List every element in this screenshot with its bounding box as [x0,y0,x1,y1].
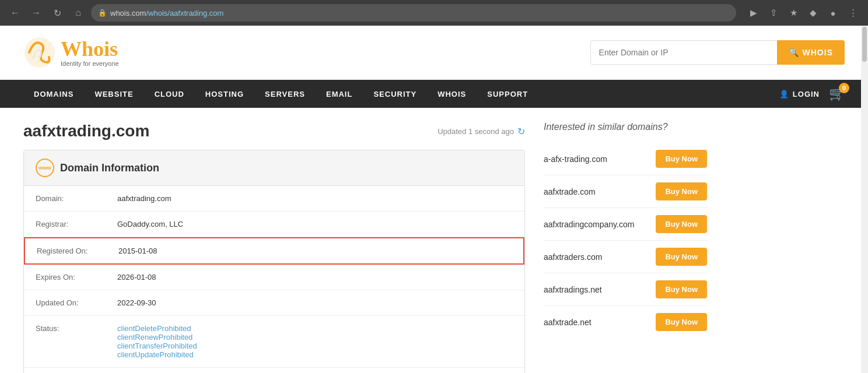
value-domain: aafxtrading.com [117,194,513,203]
similar-item-3: aafxtradingcompany.com Buy Now [544,208,707,241]
info-row-nameservers: Name Servers: cass.ns.cloudflare.com tob… [24,368,524,373]
value-status: clientDeleteProhibited clientRenewProhib… [117,324,513,359]
buy-now-button-6[interactable]: Buy Now [656,313,707,331]
nav-item-domains[interactable]: DOMAINS [23,80,84,108]
header-search: 🔍 WHOIS [590,40,845,65]
info-row-registrar: Registrar: GoDaddy.com, LLC [24,212,524,237]
logo-text-area: Whois Identity for everyone [61,38,119,67]
nav-right: 👤 LOGIN 🛒 0 [779,86,845,101]
forward-button[interactable]: → [28,5,44,21]
buy-now-button-5[interactable]: Buy Now [656,280,707,298]
value-registered-on: 2015-01-08 [118,247,512,255]
browser-chrome: ← → ↻ ⌂ 🔒 whois.com/whois/aafxtrading.co… [0,0,868,26]
whois-search-button[interactable]: 🔍 WHOIS [777,40,845,65]
profile-icon[interactable]: ● [825,5,841,21]
login-button[interactable]: 👤 LOGIN [779,90,820,98]
www-icon: www [36,159,54,177]
similar-domain-2: aafxtrade.com [544,187,596,196]
menu-icon[interactable]: ⋮ [845,5,861,21]
logo-icon [23,36,56,69]
value-expires-on: 2026-01-08 [117,273,513,281]
buy-now-button-4[interactable]: Buy Now [656,248,707,266]
lock-icon: 🔒 [98,9,107,17]
nav-item-whois[interactable]: WHOIS [427,80,477,108]
nav-item-cloud[interactable]: CLOUD [144,80,195,108]
similar-item-6: aafxtrade.net Buy Now [544,306,707,338]
value-updated-on: 2022-09-30 [117,298,513,307]
back-button[interactable]: ← [7,5,23,21]
info-row-updated-on: Updated On: 2022-09-30 [24,290,524,316]
left-panel: aafxtrading.com Updated 1 second ago ↻ w… [23,122,525,373]
browser-actions: ▶ ⇧ ★ ◆ ● ⋮ [746,5,861,21]
status-link-delete[interactable]: clientDeleteProhibited [117,324,191,333]
info-row-domain: Domain: aafxtrading.com [24,186,524,212]
similar-domain-5: aafxtradings.net [544,285,602,294]
nav-item-servers[interactable]: SERVERS [254,80,316,108]
updated-text: Updated 1 second ago ↻ [438,126,525,137]
scrollbar-thumb[interactable] [862,27,867,62]
similar-domain-1: a-afx-trading.com [544,154,607,164]
domain-title: aafxtrading.com [23,122,149,140]
cart-badge: 0 [839,83,849,93]
label-registrar: Registrar: [36,220,117,228]
similar-domains-title: Interested in similar domains? [544,122,707,132]
nav-item-hosting[interactable]: HOSTING [195,80,254,108]
page-wrapper: Whois Identity for everyone 🔍 WHOIS DOMA… [0,26,868,373]
info-table: Domain: aafxtrading.com Registrar: GoDad… [24,186,524,373]
nav-item-website[interactable]: WEBSITE [84,80,144,108]
info-row-expires-on: Expires On: 2026-01-08 [24,265,524,290]
url-bar[interactable]: 🔒 whois.com/whois/aafxtrading.com [91,4,736,22]
refresh-icon[interactable]: ↻ [517,126,525,137]
logo-tagline: Identity for everyone [61,61,119,67]
label-expires-on: Expires On: [36,273,117,281]
label-updated-on: Updated On: [36,298,117,307]
search-icon: 🔍 [789,48,799,57]
domain-info-card: www Domain Information Domain: aafxtradi… [23,150,525,373]
logo-area[interactable]: Whois Identity for everyone [23,36,119,69]
similar-item-1: a-afx-trading.com Buy Now [544,143,707,175]
logo-whois-text: Whois [61,38,119,59]
search-input[interactable] [590,40,777,65]
similar-domain-3: aafxtradingcompany.com [544,220,634,229]
label-domain: Domain: [36,194,117,203]
star-icon[interactable]: ★ [785,5,802,21]
card-header-title: Domain Information [60,162,159,174]
buy-now-button-2[interactable]: Buy Now [656,182,707,200]
status-link-transfer[interactable]: clientTransferProhibited [117,342,197,350]
nav-item-support[interactable]: SUPPORT [477,80,538,108]
right-panel: Interested in similar domains? a-afx-tra… [544,122,707,373]
label-status: Status: [36,324,117,333]
card-header: www Domain Information [24,150,524,186]
similar-domain-4: aafxtraders.com [544,252,602,262]
share-icon[interactable]: ⇧ [765,5,782,21]
status-link-renew[interactable]: clientRenewProhibited [117,333,192,342]
buy-now-button-1[interactable]: Buy Now [656,150,707,168]
nav-item-security[interactable]: SECURITY [363,80,427,108]
nav-items: DOMAINS WEBSITE CLOUD HOSTING SERVERS EM… [23,80,779,108]
status-link-update[interactable]: clientUpdateProhibited [117,350,194,359]
extensions-icon[interactable]: ◆ [805,5,821,21]
similar-domain-6: aafxtrade.net [544,318,592,327]
url-text: whois.com/whois/aafxtrading.com [110,9,223,17]
home-button[interactable]: ⌂ [70,5,86,21]
domain-title-row: aafxtrading.com Updated 1 second ago ↻ [23,122,525,140]
scrollbar[interactable] [861,26,868,373]
main-content: aafxtrading.com Updated 1 second ago ↻ w… [0,108,868,373]
nav-item-email[interactable]: EMAIL [316,80,363,108]
value-registrar: GoDaddy.com, LLC [117,220,513,228]
similar-item-4: aafxtraders.com Buy Now [544,241,707,273]
info-row-registered-on: Registered On: 2015-01-08 [24,237,524,265]
reload-button[interactable]: ↻ [49,5,65,21]
buy-now-button-3[interactable]: Buy Now [656,215,707,233]
cart-button[interactable]: 🛒 0 [829,86,845,101]
site-nav: DOMAINS WEBSITE CLOUD HOSTING SERVERS EM… [0,80,868,108]
label-registered-on: Registered On: [37,247,118,255]
info-row-status: Status: clientDeleteProhibited clientRen… [24,316,524,368]
user-icon: 👤 [779,90,789,98]
screenshot-icon[interactable]: ▶ [746,5,762,21]
similar-item-2: aafxtrade.com Buy Now [544,175,707,208]
similar-item-5: aafxtradings.net Buy Now [544,273,707,306]
site-header: Whois Identity for everyone 🔍 WHOIS [0,26,868,80]
